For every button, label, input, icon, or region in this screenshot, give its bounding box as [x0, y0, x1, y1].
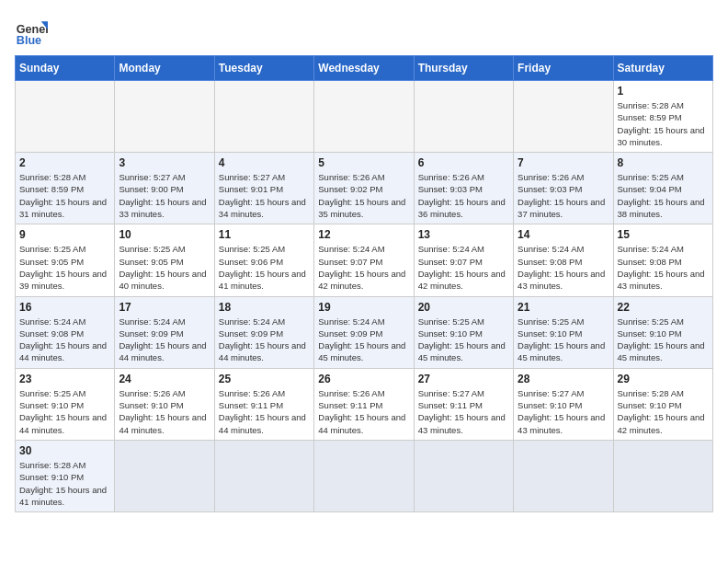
- calendar-cell: 23Sunrise: 5:25 AM Sunset: 9:10 PM Dayli…: [16, 368, 115, 440]
- calendar-cell: 1Sunrise: 5:28 AM Sunset: 8:59 PM Daylig…: [613, 81, 712, 153]
- day-info: Sunrise: 5:25 AM Sunset: 9:04 PM Dayligh…: [618, 171, 709, 220]
- day-number: 20: [418, 301, 509, 314]
- calendar-cell: 14Sunrise: 5:24 AM Sunset: 9:08 PM Dayli…: [514, 224, 613, 296]
- day-number: 8: [618, 156, 709, 169]
- day-info: Sunrise: 5:25 AM Sunset: 9:10 PM Dayligh…: [518, 316, 609, 364]
- day-info: Sunrise: 5:28 AM Sunset: 8:59 PM Dayligh…: [618, 99, 709, 148]
- day-info: Sunrise: 5:26 AM Sunset: 9:03 PM Dayligh…: [418, 171, 509, 220]
- day-number: 5: [318, 156, 409, 169]
- day-info: Sunrise: 5:25 AM Sunset: 9:05 PM Dayligh…: [19, 243, 110, 292]
- day-info: Sunrise: 5:24 AM Sunset: 9:08 PM Dayligh…: [518, 243, 609, 292]
- day-number: 4: [219, 156, 310, 169]
- calendar-cell: 15Sunrise: 5:24 AM Sunset: 9:08 PM Dayli…: [613, 224, 712, 296]
- calendar-cell: 12Sunrise: 5:24 AM Sunset: 9:07 PM Dayli…: [314, 224, 414, 296]
- calendar-cell: [115, 81, 214, 153]
- day-info: Sunrise: 5:26 AM Sunset: 9:02 PM Dayligh…: [318, 171, 409, 220]
- weekday-header-thursday: Thursday: [414, 56, 513, 81]
- day-number: 19: [318, 301, 409, 314]
- weekday-header-monday: Monday: [115, 56, 214, 81]
- calendar-week-2: 2Sunrise: 5:28 AM Sunset: 8:59 PM Daylig…: [16, 153, 713, 224]
- day-number: 23: [19, 373, 110, 385]
- calendar-cell: 8Sunrise: 5:25 AM Sunset: 9:04 PM Daylig…: [613, 153, 712, 224]
- calendar-cell: 2Sunrise: 5:28 AM Sunset: 8:59 PM Daylig…: [16, 153, 115, 224]
- calendar-cell: 20Sunrise: 5:25 AM Sunset: 9:10 PM Dayli…: [414, 296, 513, 368]
- day-info: Sunrise: 5:24 AM Sunset: 9:08 PM Dayligh…: [19, 316, 110, 364]
- calendar-cell: 28Sunrise: 5:27 AM Sunset: 9:10 PM Dayli…: [514, 368, 613, 440]
- calendar-cell: 24Sunrise: 5:26 AM Sunset: 9:10 PM Dayli…: [115, 368, 214, 440]
- weekday-header-sunday: Sunday: [16, 56, 115, 81]
- day-number: 13: [418, 228, 509, 241]
- day-info: Sunrise: 5:27 AM Sunset: 9:11 PM Dayligh…: [418, 387, 509, 436]
- calendar-cell: 5Sunrise: 5:26 AM Sunset: 9:02 PM Daylig…: [314, 153, 414, 224]
- day-number: 21: [518, 301, 609, 314]
- day-number: 22: [618, 301, 709, 314]
- calendar-cell: 19Sunrise: 5:24 AM Sunset: 9:09 PM Dayli…: [314, 296, 414, 368]
- calendar-cell: 18Sunrise: 5:24 AM Sunset: 9:09 PM Dayli…: [214, 296, 313, 368]
- day-info: Sunrise: 5:28 AM Sunset: 8:59 PM Dayligh…: [19, 171, 110, 220]
- calendar-cell: 26Sunrise: 5:26 AM Sunset: 9:11 PM Dayli…: [314, 368, 414, 440]
- day-info: Sunrise: 5:27 AM Sunset: 9:10 PM Dayligh…: [518, 387, 609, 436]
- calendar-table: SundayMondayTuesdayWednesdayThursdayFrid…: [15, 55, 713, 512]
- day-number: 12: [318, 228, 409, 241]
- day-number: 6: [418, 156, 509, 169]
- calendar-week-3: 9Sunrise: 5:25 AM Sunset: 9:05 PM Daylig…: [16, 224, 713, 296]
- day-number: 15: [618, 228, 709, 241]
- calendar-week-1: 1Sunrise: 5:28 AM Sunset: 8:59 PM Daylig…: [16, 81, 713, 153]
- calendar-cell: 3Sunrise: 5:27 AM Sunset: 9:00 PM Daylig…: [115, 153, 214, 224]
- day-info: Sunrise: 5:26 AM Sunset: 9:03 PM Dayligh…: [518, 171, 609, 220]
- calendar-cell: [314, 440, 414, 511]
- calendar-week-5: 23Sunrise: 5:25 AM Sunset: 9:10 PM Dayli…: [16, 368, 713, 440]
- weekday-header-friday: Friday: [514, 56, 613, 81]
- day-info: Sunrise: 5:26 AM Sunset: 9:10 PM Dayligh…: [119, 387, 210, 436]
- calendar-cell: 25Sunrise: 5:26 AM Sunset: 9:11 PM Dayli…: [214, 368, 313, 440]
- weekday-header-wednesday: Wednesday: [314, 56, 414, 81]
- day-info: Sunrise: 5:24 AM Sunset: 9:07 PM Dayligh…: [418, 243, 509, 292]
- calendar-cell: 21Sunrise: 5:25 AM Sunset: 9:10 PM Dayli…: [514, 296, 613, 368]
- svg-text:Blue: Blue: [17, 34, 41, 47]
- day-number: 25: [219, 373, 310, 385]
- day-info: Sunrise: 5:27 AM Sunset: 9:01 PM Dayligh…: [219, 171, 310, 220]
- day-info: Sunrise: 5:26 AM Sunset: 9:11 PM Dayligh…: [219, 387, 310, 436]
- calendar-cell: 22Sunrise: 5:25 AM Sunset: 9:10 PM Dayli…: [613, 296, 712, 368]
- day-number: 3: [119, 156, 210, 169]
- day-info: Sunrise: 5:24 AM Sunset: 9:09 PM Dayligh…: [318, 316, 409, 364]
- calendar-week-6: 30Sunrise: 5:28 AM Sunset: 9:10 PM Dayli…: [16, 440, 713, 511]
- day-number: 7: [518, 156, 609, 169]
- day-info: Sunrise: 5:24 AM Sunset: 9:08 PM Dayligh…: [618, 243, 709, 292]
- logo: General Blue: [15, 15, 48, 48]
- day-info: Sunrise: 5:28 AM Sunset: 9:10 PM Dayligh…: [19, 459, 110, 508]
- day-number: 9: [19, 228, 110, 241]
- calendar-cell: 29Sunrise: 5:28 AM Sunset: 9:10 PM Dayli…: [613, 368, 712, 440]
- day-info: Sunrise: 5:27 AM Sunset: 9:00 PM Dayligh…: [119, 171, 210, 220]
- calendar-cell: 7Sunrise: 5:26 AM Sunset: 9:03 PM Daylig…: [514, 153, 613, 224]
- day-number: 18: [219, 301, 310, 314]
- day-info: Sunrise: 5:24 AM Sunset: 9:07 PM Dayligh…: [318, 243, 409, 292]
- calendar-cell: 30Sunrise: 5:28 AM Sunset: 9:10 PM Dayli…: [16, 440, 115, 511]
- weekday-header-tuesday: Tuesday: [214, 56, 313, 81]
- calendar-cell: [214, 81, 313, 153]
- day-info: Sunrise: 5:26 AM Sunset: 9:11 PM Dayligh…: [318, 387, 409, 436]
- day-number: 16: [19, 301, 110, 314]
- day-number: 1: [618, 85, 709, 98]
- day-number: 30: [19, 444, 110, 457]
- day-number: 2: [19, 156, 110, 169]
- calendar-cell: [414, 440, 513, 511]
- calendar-cell: [115, 440, 214, 511]
- calendar-cell: 27Sunrise: 5:27 AM Sunset: 9:11 PM Dayli…: [414, 368, 513, 440]
- day-info: Sunrise: 5:25 AM Sunset: 9:10 PM Dayligh…: [418, 316, 509, 364]
- day-number: 10: [119, 228, 210, 241]
- day-number: 24: [119, 373, 210, 385]
- calendar-cell: [514, 440, 613, 511]
- calendar-cell: 17Sunrise: 5:24 AM Sunset: 9:09 PM Dayli…: [115, 296, 214, 368]
- calendar-cell: 13Sunrise: 5:24 AM Sunset: 9:07 PM Dayli…: [414, 224, 513, 296]
- calendar-cell: [613, 440, 712, 511]
- calendar-cell: 6Sunrise: 5:26 AM Sunset: 9:03 PM Daylig…: [414, 153, 513, 224]
- day-info: Sunrise: 5:25 AM Sunset: 9:10 PM Dayligh…: [19, 387, 110, 436]
- weekday-header-saturday: Saturday: [613, 56, 712, 81]
- day-number: 17: [119, 301, 210, 314]
- page-header: General Blue: [15, 15, 713, 48]
- day-info: Sunrise: 5:25 AM Sunset: 9:05 PM Dayligh…: [119, 243, 210, 292]
- day-info: Sunrise: 5:25 AM Sunset: 9:06 PM Dayligh…: [219, 243, 310, 292]
- day-number: 27: [418, 373, 509, 385]
- day-number: 14: [518, 228, 609, 241]
